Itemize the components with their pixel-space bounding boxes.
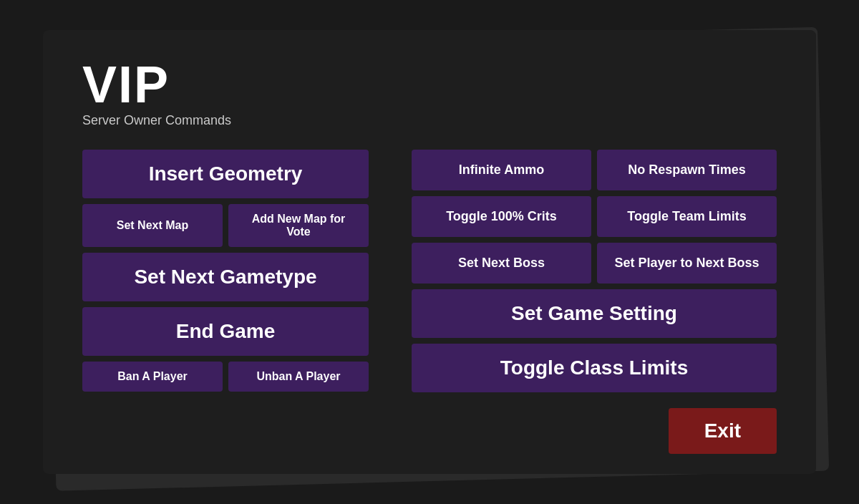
toggle-team-limits-button[interactable]: Toggle Team Limits xyxy=(597,196,777,237)
set-game-setting-button[interactable]: Set Game Setting xyxy=(412,289,777,338)
toggle-class-limits-button[interactable]: Toggle Class Limits xyxy=(412,344,777,392)
commands-area: Insert Geometry Set Next Map Add New Map… xyxy=(82,150,777,392)
left-commands: Insert Geometry Set Next Map Add New Map… xyxy=(82,150,369,392)
set-next-map-button[interactable]: Set Next Map xyxy=(82,204,223,247)
add-new-map-button[interactable]: Add New Map for Vote xyxy=(228,204,369,247)
no-respawn-button[interactable]: No Respawn Times xyxy=(597,150,777,190)
right-grid-top: Infinite Ammo No Respawn Times Toggle 10… xyxy=(412,150,777,284)
bottom-area: Exit xyxy=(82,392,777,454)
end-game-button[interactable]: End Game xyxy=(82,307,369,356)
subtitle: Server Owner Commands xyxy=(82,113,777,128)
infinite-ammo-button[interactable]: Infinite Ammo xyxy=(412,150,591,190)
ban-row: Ban A Player Unban A Player xyxy=(82,362,369,392)
set-next-gametype-button[interactable]: Set Next Gametype xyxy=(82,253,369,301)
header: VIP Server Owner Commands xyxy=(82,59,777,128)
set-next-boss-button[interactable]: Set Next Boss xyxy=(412,243,591,284)
main-content: VIP Server Owner Commands Insert Geometr… xyxy=(43,30,816,474)
vip-title: VIP xyxy=(82,59,777,110)
set-player-boss-button[interactable]: Set Player to Next Boss xyxy=(597,243,777,284)
right-commands: Infinite Ammo No Respawn Times Toggle 10… xyxy=(412,150,777,392)
map-row: Set Next Map Add New Map for Vote xyxy=(82,204,369,247)
toggle-crits-button[interactable]: Toggle 100% Crits xyxy=(412,196,591,237)
ban-player-button[interactable]: Ban A Player xyxy=(82,362,223,392)
insert-geometry-button[interactable]: Insert Geometry xyxy=(82,150,369,198)
exit-button[interactable]: Exit xyxy=(669,408,777,454)
unban-player-button[interactable]: Unban A Player xyxy=(228,362,369,392)
